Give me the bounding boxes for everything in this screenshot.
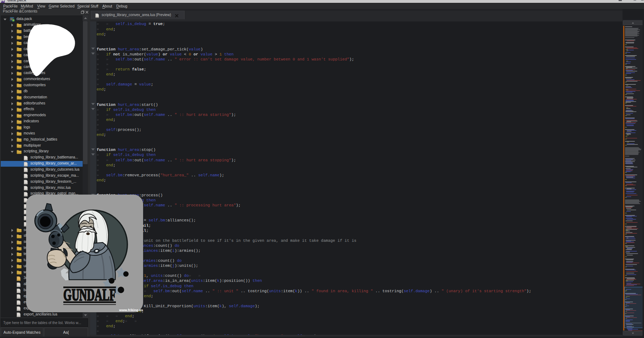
svg-text:www.friking.es: www.friking.es: [119, 308, 143, 312]
svg-text:GUNDALF: GUNDALF: [63, 285, 116, 304]
